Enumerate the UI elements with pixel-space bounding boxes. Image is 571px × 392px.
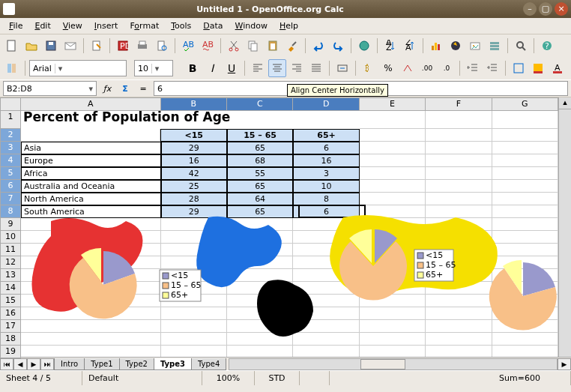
menu-format[interactable]: Format — [124, 19, 165, 32]
dropdown-icon[interactable]: ▾ — [151, 64, 162, 73]
zoom-icon[interactable] — [512, 37, 530, 55]
underline-button[interactable]: U — [223, 59, 241, 77]
sheet-tab[interactable]: Type3 — [154, 358, 192, 370]
open-icon[interactable] — [22, 37, 40, 55]
edit-doc-icon[interactable] — [88, 37, 106, 55]
row-header[interactable]: 19 — [0, 346, 21, 358]
preview-icon[interactable] — [153, 37, 171, 55]
percent-button[interactable]: % — [379, 59, 397, 77]
pdf-icon[interactable]: PDF — [114, 37, 132, 55]
chart-icon[interactable] — [427, 37, 445, 55]
menu-view[interactable]: View — [57, 19, 88, 32]
cell[interactable]: 42 — [161, 167, 227, 180]
menu-tools[interactable]: Tools — [165, 19, 197, 32]
sheet-tab[interactable]: Type1 — [84, 358, 119, 370]
redo-icon[interactable] — [329, 37, 347, 55]
col-header[interactable]: E — [360, 97, 426, 111]
col-header[interactable]: F — [426, 97, 492, 111]
scroll-right-button[interactable]: ▶ — [558, 358, 571, 370]
cell[interactable] — [492, 193, 558, 205]
row-header[interactable]: 2 — [0, 129, 21, 142]
row-header[interactable]: 7 — [0, 193, 21, 205]
row-header[interactable]: 8 — [0, 205, 21, 218]
cell[interactable] — [492, 346, 558, 357]
autospell-icon[interactable]: ABC — [199, 37, 217, 55]
row-header[interactable]: 4 — [0, 154, 21, 167]
tab-first-button[interactable]: ⏮ — [0, 358, 13, 370]
currency-button[interactable]: ₿ — [360, 59, 378, 77]
cell[interactable] — [360, 193, 426, 205]
cell[interactable]: 65+ — [293, 129, 359, 142]
cell[interactable] — [492, 180, 558, 193]
save-icon[interactable] — [42, 37, 60, 55]
menu-edit[interactable]: Edit — [28, 19, 56, 32]
cell[interactable]: 68 — [227, 154, 293, 167]
help-icon[interactable]: ? — [538, 37, 556, 55]
row-header[interactable]: 3 — [0, 142, 21, 154]
datasources-icon[interactable] — [486, 37, 504, 55]
row-header[interactable]: 13 — [0, 269, 21, 282]
new-icon[interactable] — [3, 37, 21, 55]
cell[interactable] — [492, 154, 558, 167]
add-decimal-button[interactable]: .00 — [418, 59, 436, 77]
cell[interactable]: 15 – 65 — [227, 129, 293, 142]
styles-icon[interactable] — [3, 59, 21, 77]
borders-button[interactable] — [510, 59, 528, 77]
italic-button[interactable]: I — [203, 59, 221, 77]
standard-format-button[interactable] — [399, 59, 417, 77]
select-all-corner[interactable] — [0, 97, 21, 111]
cell[interactable]: 6 — [293, 142, 359, 154]
cell[interactable]: 10 — [293, 180, 359, 193]
sum-indicator[interactable]: Sum=600 — [330, 371, 571, 385]
menu-window[interactable]: Window — [229, 19, 274, 32]
spellcheck-icon[interactable]: ABC — [179, 37, 197, 55]
sheet-tab[interactable]: Type4 — [191, 358, 226, 370]
zoom-indicator[interactable]: 100% — [202, 371, 255, 385]
row-header[interactable]: 6 — [0, 180, 21, 193]
merge-button[interactable] — [333, 59, 351, 77]
col-header[interactable]: A — [21, 97, 161, 111]
font-name-combo[interactable]: Arial▾ — [29, 60, 127, 76]
cell[interactable] — [426, 111, 492, 129]
close-button[interactable]: × — [555, 2, 568, 16]
copy-icon[interactable] — [244, 37, 262, 55]
cell[interactable] — [426, 142, 492, 154]
undo-icon[interactable] — [309, 37, 327, 55]
cell[interactable] — [360, 167, 426, 180]
cell[interactable] — [360, 111, 426, 129]
cell[interactable] — [492, 142, 558, 154]
bold-button[interactable]: B — [184, 59, 202, 77]
justify-button[interactable] — [307, 59, 325, 77]
cell[interactable] — [360, 142, 426, 154]
cell[interactable]: 25 — [161, 180, 227, 193]
cell[interactable]: 65 — [227, 180, 293, 193]
name-box[interactable]: B2:D8▾ — [3, 81, 97, 96]
cell[interactable]: <15 — [160, 129, 226, 142]
row-header[interactable]: 16 — [0, 307, 21, 320]
paste-icon[interactable] — [264, 37, 282, 55]
navigator-icon[interactable] — [447, 37, 465, 55]
row-header[interactable]: 9 — [0, 218, 21, 231]
font-size-combo[interactable]: 10▾ — [134, 60, 173, 76]
tab-last-button[interactable]: ⏭ — [40, 358, 54, 370]
cell[interactable]: Europe — [21, 154, 161, 167]
cell[interactable]: Percent of Population of Age — [21, 111, 360, 129]
cell[interactable] — [426, 180, 492, 193]
menu-help[interactable]: Help — [274, 19, 304, 32]
cell[interactable]: 16 — [293, 154, 359, 167]
increase-indent-button[interactable] — [483, 59, 501, 77]
cell[interactable] — [21, 129, 160, 142]
align-center-button[interactable] — [268, 59, 286, 77]
decrease-indent-button[interactable] — [464, 59, 482, 77]
vertical-scrollbar[interactable]: ▴ — [558, 97, 571, 357]
cell[interactable] — [360, 346, 426, 357]
row-header[interactable]: 15 — [0, 295, 21, 307]
chart-overlay[interactable]: <15 15 – 65 65+ <15 15 – 65 65+ — [21, 214, 558, 345]
cell[interactable]: 8 — [293, 193, 359, 205]
sort-desc-icon[interactable]: ZA — [401, 37, 419, 55]
row-header[interactable]: 5 — [0, 167, 21, 180]
cell[interactable]: North America — [21, 193, 161, 205]
cell[interactable]: 65 — [227, 142, 293, 154]
cell[interactable]: 29 — [161, 142, 227, 154]
cell[interactable]: Asia — [21, 142, 161, 154]
